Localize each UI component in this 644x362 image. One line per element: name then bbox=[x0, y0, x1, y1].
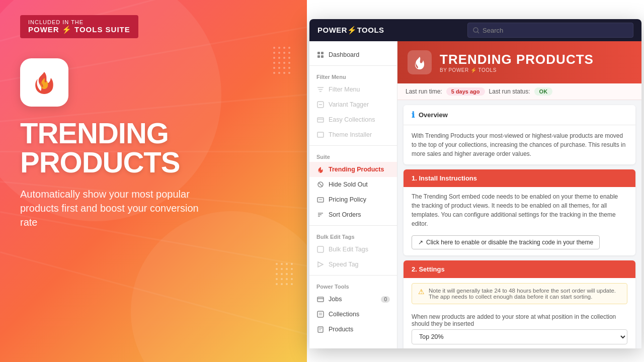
sidebar-item-hide-sold-out[interactable]: Hide Sold Out bbox=[309, 177, 397, 192]
sidebar-item-jobs[interactable]: Jobs 0 bbox=[309, 292, 397, 307]
app-window: POWER⚡TOOLS Search Dashboard Filter Menu bbox=[309, 19, 641, 348]
svg-rect-49 bbox=[321, 55, 324, 58]
svg-point-10 bbox=[283, 57, 285, 59]
sidebar-section-filter-menu: Filter Menu bbox=[309, 69, 397, 82]
svg-point-17 bbox=[278, 67, 280, 69]
status-bar: Last run time: 5 days ago Last run statu… bbox=[397, 83, 641, 100]
search-bar[interactable]: Search bbox=[467, 23, 633, 38]
dots-bottom-right bbox=[274, 261, 304, 302]
svg-point-6 bbox=[283, 52, 285, 54]
badge-bottom-text: POWER ⚡ TOOLS SUITE bbox=[28, 25, 130, 34]
svg-rect-69 bbox=[317, 311, 324, 317]
svg-point-4 bbox=[273, 52, 275, 54]
svg-point-42 bbox=[286, 283, 288, 285]
theme-installer-icon bbox=[316, 131, 325, 139]
main-content: TRENDING PRODUCTS BY POWER ⚡ TOOLS Last … bbox=[397, 41, 641, 348]
sidebar-item-speed-tag[interactable]: Speed Tag bbox=[309, 257, 397, 272]
sidebar-divider-2 bbox=[309, 145, 397, 146]
svg-point-14 bbox=[283, 62, 285, 64]
svg-point-3 bbox=[288, 47, 290, 49]
svg-point-41 bbox=[281, 283, 283, 285]
svg-point-19 bbox=[288, 67, 290, 69]
filter-menu-icon bbox=[316, 85, 325, 94]
sidebar-item-bulk-edit-tags[interactable]: Bulk Edit Tags bbox=[309, 242, 397, 257]
page-header: TRENDING PRODUCTS BY POWER ⚡ TOOLS bbox=[397, 41, 641, 83]
last-status-value: OK bbox=[534, 87, 553, 96]
easy-collections-label: Easy Collections bbox=[329, 116, 375, 123]
warning-box: ⚠ Note it will generally take 24 to 48 h… bbox=[412, 283, 627, 304]
flame-icon-wrapper bbox=[20, 58, 68, 107]
speed-tag-icon bbox=[316, 260, 325, 268]
install-text: The Trending Sort embed code needs to be… bbox=[404, 187, 635, 233]
position-select[interactable]: Top 20% Top 10% Top 30% Bottom bbox=[412, 329, 627, 344]
hero-title: TRENDING PRODUCTS bbox=[20, 119, 180, 177]
hero-subtitle: Automatically show your most popular pro… bbox=[20, 187, 201, 229]
collections-label: Collections bbox=[329, 311, 359, 318]
sidebar-item-collections[interactable]: Collections bbox=[309, 307, 397, 322]
dots-top-right bbox=[272, 45, 302, 85]
sidebar-item-variant-tagger[interactable]: Variant Tagger bbox=[309, 97, 397, 112]
pricing-policy-icon bbox=[316, 196, 325, 204]
warning-text: Note it will generally take 24 to 48 hou… bbox=[429, 288, 621, 300]
svg-point-16 bbox=[273, 67, 275, 69]
sidebar-section-suite: Suite bbox=[309, 149, 397, 162]
last-run-value: 5 days ago bbox=[446, 87, 485, 96]
svg-point-27 bbox=[291, 263, 293, 265]
svg-point-21 bbox=[278, 72, 280, 74]
sidebar-item-sort-orders[interactable]: Sort Orders bbox=[309, 207, 397, 222]
svg-line-59 bbox=[318, 183, 323, 187]
svg-point-29 bbox=[281, 268, 283, 270]
last-run-label: Last run time: bbox=[406, 88, 442, 95]
sort-orders-label: Sort Orders bbox=[329, 211, 361, 218]
svg-point-32 bbox=[276, 273, 278, 275]
svg-point-39 bbox=[291, 278, 293, 280]
svg-point-25 bbox=[281, 263, 283, 265]
page-flame-icon bbox=[413, 55, 427, 69]
suite-badge: INCLUDED IN THE POWER ⚡ TOOLS SUITE bbox=[20, 15, 138, 38]
easy-collections-icon bbox=[316, 116, 325, 124]
svg-rect-47 bbox=[321, 52, 324, 54]
variant-tagger-label: Variant Tagger bbox=[329, 101, 369, 108]
sidebar-item-filter-menu[interactable]: Filter Menu bbox=[309, 82, 397, 97]
flame-icon bbox=[31, 69, 58, 96]
sidebar-item-easy-collections[interactable]: Easy Collections bbox=[309, 112, 397, 127]
topbar: POWER⚡TOOLS Search bbox=[309, 19, 641, 41]
svg-point-38 bbox=[286, 278, 288, 280]
svg-point-0 bbox=[273, 47, 275, 49]
svg-point-23 bbox=[288, 72, 290, 74]
svg-point-28 bbox=[276, 268, 278, 270]
theme-installer-label: Theme Installer bbox=[329, 131, 372, 138]
svg-point-30 bbox=[286, 268, 288, 270]
speed-tag-label: Speed Tag bbox=[329, 261, 359, 268]
bulk-edit-tags-label: Bulk Edit Tags bbox=[329, 246, 368, 253]
sidebar-item-trending-products[interactable]: Trending Products bbox=[309, 162, 397, 177]
svg-rect-57 bbox=[317, 132, 324, 137]
products-icon bbox=[316, 325, 325, 333]
badge-top-text: INCLUDED IN THE bbox=[28, 19, 130, 25]
settings-header: 2. Settings bbox=[404, 260, 635, 278]
svg-point-24 bbox=[276, 263, 278, 265]
svg-point-13 bbox=[278, 62, 280, 64]
theme-link-button[interactable]: ↗ Click here to enable or disable the tr… bbox=[412, 235, 600, 249]
install-section: 1. Install Instructions The Trending Sor… bbox=[404, 169, 635, 255]
install-title: 1. Install Instructions bbox=[412, 174, 477, 182]
svg-point-31 bbox=[291, 268, 293, 270]
search-icon bbox=[473, 27, 479, 34]
svg-marker-66 bbox=[318, 262, 323, 267]
warning-icon: ⚠ bbox=[418, 288, 425, 296]
overview-text: With Trending Products your most-viewed … bbox=[404, 125, 635, 164]
svg-point-33 bbox=[281, 273, 283, 275]
sidebar-item-pricing-policy[interactable]: Pricing Policy bbox=[309, 192, 397, 207]
svg-point-26 bbox=[286, 263, 288, 265]
settings-body: ⚠ Note it will generally take 24 to 48 h… bbox=[404, 283, 635, 348]
app-body: Dashboard Filter Menu Filter Menu Varian… bbox=[309, 41, 641, 348]
rays-decoration bbox=[0, 0, 307, 362]
svg-point-15 bbox=[288, 62, 290, 64]
sidebar-item-products[interactable]: Products bbox=[309, 322, 397, 337]
brand-logo: POWER⚡TOOLS bbox=[317, 26, 461, 35]
sidebar-item-dashboard[interactable]: Dashboard bbox=[309, 47, 397, 62]
svg-point-44 bbox=[473, 28, 478, 32]
svg-point-7 bbox=[288, 52, 290, 54]
svg-rect-65 bbox=[317, 246, 324, 252]
sidebar-item-theme-installer[interactable]: Theme Installer bbox=[309, 127, 397, 142]
